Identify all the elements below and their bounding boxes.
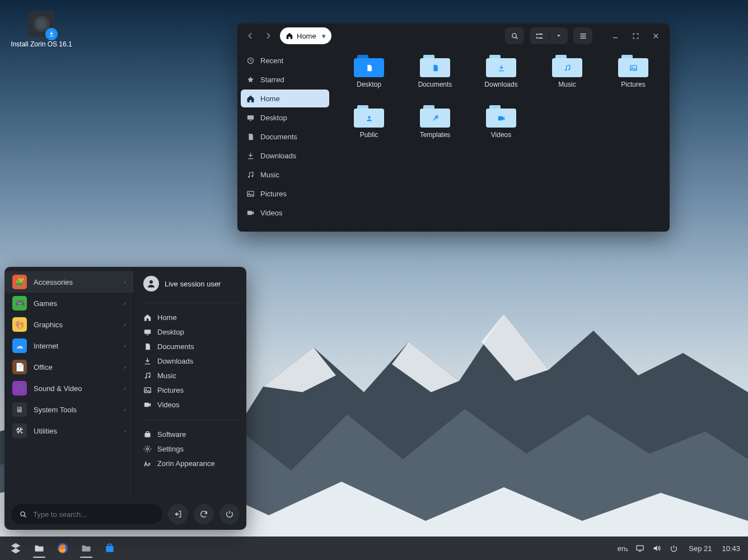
svg-rect-3 <box>536 37 537 39</box>
category-label: System Tools <box>34 406 77 414</box>
down-icon <box>246 152 255 160</box>
vid-icon <box>143 401 152 409</box>
category-games[interactable]: 🎮Games› <box>4 293 134 314</box>
music-icon <box>246 171 255 179</box>
folder-templates[interactable]: Templates <box>403 105 467 153</box>
hamburger-menu-button[interactable] <box>573 27 592 44</box>
tray-power-icon[interactable] <box>668 543 679 553</box>
place-music[interactable]: Music <box>141 368 240 383</box>
folder-label: Documents <box>418 81 452 88</box>
category-label: Graphics <box>34 321 63 329</box>
svg-point-28 <box>21 511 25 516</box>
restart-button[interactable] <box>194 504 214 524</box>
fm-sidebar-label: Recent <box>260 57 283 65</box>
folder-public[interactable]: Public <box>337 105 401 153</box>
path-bar[interactable]: Home ▾ <box>280 27 331 44</box>
fm-sidebar-label: Home <box>260 95 280 103</box>
place-pictures[interactable]: Pictures <box>141 383 240 397</box>
folder-downloads[interactable]: Downloads <box>469 55 533 103</box>
tray-time[interactable]: 10:43 <box>722 544 740 553</box>
folder-label: Downloads <box>484 81 517 88</box>
window-minimize-button[interactable] <box>608 29 623 43</box>
folder-music[interactable]: Music <box>535 55 599 103</box>
tray-language[interactable]: en₁ <box>618 544 628 553</box>
taskbar-start-button[interactable] <box>6 538 26 558</box>
file-manager-grid: DesktopDocumentsDownloadsMusicPicturesPu… <box>333 48 670 232</box>
fm-sidebar-pictures[interactable]: Pictures <box>241 185 329 203</box>
category-internet[interactable]: ☁Internet› <box>4 335 134 356</box>
place-zorin-appearance[interactable]: Zorin Appearance <box>141 456 240 470</box>
category-graphics[interactable]: 🎨Graphics› <box>4 314 134 335</box>
fm-sidebar-label: Videos <box>260 209 283 217</box>
start-menu-search[interactable] <box>11 504 162 524</box>
fm-sidebar-home[interactable]: Home <box>241 90 329 107</box>
taskbar-firefox-button[interactable] <box>53 538 73 558</box>
taskbar-software-button[interactable] <box>100 538 120 558</box>
nav-forward-button[interactable] <box>262 30 274 42</box>
folder-desktop[interactable]: Desktop <box>337 55 401 103</box>
category-office[interactable]: 📄Office› <box>4 356 134 378</box>
tray-date[interactable]: Sep 21 <box>689 544 712 553</box>
view-dropdown-button[interactable] <box>549 27 568 44</box>
category-icon: 🖥 <box>12 402 27 417</box>
install-zorin-icon <box>29 11 54 37</box>
folder-videos[interactable]: Videos <box>469 105 533 153</box>
place-label: Pictures <box>157 386 184 394</box>
system-tray: en₁ Sep 21 10:43 <box>618 543 742 553</box>
start-menu-bottom <box>4 498 246 530</box>
place-videos[interactable]: Videos <box>141 397 240 412</box>
place-documents[interactable]: Documents <box>141 339 240 354</box>
category-sound-video[interactable]: 🎵Sound & Video› <box>4 378 134 399</box>
place-home[interactable]: Home <box>141 310 240 324</box>
fm-sidebar-starred[interactable]: Starred <box>241 70 329 88</box>
taskbar-files-button[interactable] <box>29 538 49 558</box>
taskbar-nautilus-button[interactable] <box>76 538 96 558</box>
home-icon <box>143 313 152 322</box>
window-close-button[interactable] <box>648 29 663 43</box>
window-maximize-button[interactable] <box>628 29 643 43</box>
chevron-right-icon: › <box>124 364 126 370</box>
category-icon: 🧩 <box>12 275 27 289</box>
down-icon <box>143 357 152 365</box>
svg-rect-26 <box>145 433 151 437</box>
tray-volume-icon[interactable] <box>652 543 662 553</box>
folder-documents[interactable]: Documents <box>403 55 467 103</box>
search-input[interactable] <box>33 510 155 519</box>
folder-icon <box>486 55 516 77</box>
nav-back-button[interactable] <box>244 30 256 42</box>
category-accessories[interactable]: 🧩Accessories› <box>4 271 134 293</box>
place-desktop[interactable]: Desktop <box>141 324 240 339</box>
category-label: Accessories <box>34 278 73 286</box>
svg-rect-30 <box>106 546 113 552</box>
folder-pictures[interactable]: Pictures <box>601 55 665 103</box>
place-settings[interactable]: Settings <box>141 441 240 456</box>
category-system-tools[interactable]: 🖥System Tools› <box>4 399 134 420</box>
view-mode-group <box>530 27 568 44</box>
chevron-right-icon: › <box>124 321 126 328</box>
fm-sidebar-music[interactable]: Music <box>241 166 329 183</box>
fm-sidebar-recent[interactable]: Recent <box>241 51 329 69</box>
desktop-icon-install-zorin[interactable]: Install Zorin OS 16.1 <box>8 11 75 48</box>
logout-button[interactable] <box>168 504 188 524</box>
place-downloads[interactable]: Downloads <box>141 354 240 368</box>
folder-label: Music <box>558 81 576 88</box>
start-menu-user[interactable]: Live session user <box>141 272 240 298</box>
fm-sidebar-downloads[interactable]: Downloads <box>241 147 329 164</box>
fm-sidebar-documents[interactable]: Documents <box>241 128 329 145</box>
svg-rect-18 <box>498 116 502 120</box>
clock-icon <box>246 57 255 65</box>
fm-sidebar-videos[interactable]: Videos <box>241 204 329 222</box>
svg-point-27 <box>147 448 149 450</box>
search-button[interactable] <box>505 27 524 44</box>
category-utilities[interactable]: 🛠Utilities› <box>4 420 134 441</box>
fm-sidebar-desktop[interactable]: Desktop <box>241 109 329 126</box>
tray-display-icon[interactable] <box>635 543 645 553</box>
view-list-button[interactable] <box>530 27 549 44</box>
folder-icon <box>552 55 582 77</box>
place-label: Documents <box>157 342 194 351</box>
power-button[interactable] <box>219 504 240 524</box>
file-manager-titlebar: Home ▾ <box>237 23 670 48</box>
category-icon: 🛠 <box>12 423 27 438</box>
place-software[interactable]: Software <box>141 427 240 441</box>
svg-point-16 <box>368 116 370 118</box>
